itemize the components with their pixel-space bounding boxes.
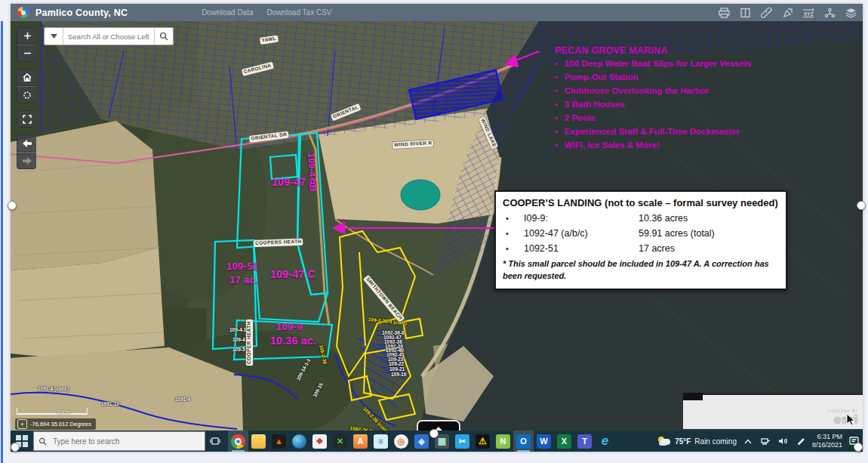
marina-bullet: •Experienced Staff & Full-Time Dockmaste… <box>555 128 757 137</box>
coopers-rows: •I09-9:10.36 acres•1092-47 (a/b/c)59.91 … <box>503 213 779 254</box>
taskbar-app-notepad[interactable]: N <box>493 431 513 452</box>
taskbar-app-teams[interactable]: T <box>574 431 595 452</box>
locate-button[interactable] <box>17 86 36 103</box>
system-tray: 75°F Rain coming 6:31 PM 8/16/2021 <box>657 431 860 452</box>
parcel-label: 10.36 ac. <box>270 335 316 346</box>
zoom-in-button[interactable] <box>17 27 36 45</box>
taskbar-app-notes[interactable]: ≡ <box>371 431 391 452</box>
marina-bullet: •3 Bath Houses <box>555 100 757 110</box>
cube-icon: ◆ <box>414 434 429 449</box>
pen-settings-icon[interactable] <box>795 435 806 447</box>
clock-time: 6:31 PM <box>812 433 842 441</box>
cad-icon: A <box>353 434 368 449</box>
taskbar-app-cube[interactable]: ◆ <box>411 431 432 452</box>
measure-icon[interactable] <box>759 6 774 19</box>
header-link[interactable]: Download Tax CSV <box>267 8 332 17</box>
taskbar-app-design[interactable]: ❖ <box>309 431 330 452</box>
marina-bullet: •WiFi, Ice Sales & More! <box>555 141 757 150</box>
media-icon: ▲ <box>272 434 286 449</box>
parcel-label: 109-51 <box>226 261 258 271</box>
fullscreen-button[interactable] <box>17 110 36 128</box>
design-icon: ❖ <box>312 434 327 449</box>
taskbar-search <box>33 431 205 451</box>
clock-date: 8/16/2021 <box>812 441 842 449</box>
map-search-input[interactable] <box>63 28 154 45</box>
print-icon[interactable] <box>717 6 731 19</box>
coopers-landing-callout: COOPER’S LANDING (not to scale – formal … <box>494 190 787 290</box>
taskbar-app-globe[interactable] <box>289 431 309 452</box>
marina-bullet: •Clubhouse Overlooking the Harbor <box>555 87 757 96</box>
parcel-id-label: 109-4 <box>232 338 245 343</box>
search-dropdown-button[interactable] <box>45 28 63 45</box>
show-hidden-icons-chevron[interactable] <box>743 435 754 447</box>
parcel-label: 109-47 B <box>306 153 318 192</box>
zoom-out-button[interactable] <box>17 45 36 62</box>
chrome-icon <box>231 434 245 449</box>
selection-handle-bottom-left[interactable] <box>11 443 20 452</box>
marina-bullet: •2 Pools <box>555 114 757 123</box>
taskbar-app-excel[interactable]: X <box>554 431 574 452</box>
notes-icon: ≡ <box>374 434 388 449</box>
add-data-icon[interactable] <box>738 6 753 19</box>
task-view-button[interactable] <box>205 431 225 452</box>
overview-artifact: POWERED BY esri <box>683 393 863 429</box>
header-links: Download DataDownload Tax CSV <box>202 8 331 17</box>
artifact-chunk <box>683 393 703 400</box>
pamlico-logo-icon <box>17 7 29 18</box>
notepad-icon: N <box>496 434 510 449</box>
taskbar-search-input[interactable] <box>51 437 175 446</box>
next-extent-button[interactable] <box>17 152 36 169</box>
parcel-id-label: 109-4-1 <box>229 328 246 333</box>
crosshair-icon[interactable]: + <box>17 419 27 429</box>
ie-icon: e <box>598 434 612 449</box>
selection-handle-left[interactable] <box>8 201 17 210</box>
road-label: COOPER HEATH <box>246 319 253 366</box>
taskbar-app-goggles[interactable]: ✕ <box>330 431 350 452</box>
taskbar-app-snip[interactable]: ✂ <box>452 431 472 452</box>
coordinates-xyz-icon[interactable]: XYZ <box>802 6 816 19</box>
map-search <box>44 27 174 45</box>
taskbar-app-ie[interactable]: e <box>595 431 615 452</box>
svg-text:XYZ: XYZ <box>804 11 814 16</box>
parcel-label: 17 ac. <box>229 275 258 285</box>
map-canvas[interactable]: YAWLCAROLINAORIENTAL DRORIENTALWIND RIVE… <box>11 21 863 431</box>
snip-icon: ✂ <box>455 434 469 449</box>
layers-icon[interactable] <box>844 6 858 19</box>
coordinates-readout: + -76.694 35.012 Degrees <box>15 418 96 430</box>
select-icon[interactable] <box>780 6 795 19</box>
parcel-id-label: 109-5 <box>232 347 245 353</box>
parcel-id-label: 1091-4 (cont.) <box>38 387 69 392</box>
selection-handle-bottom-right[interactable] <box>854 443 863 452</box>
taskbar-app-compass[interactable]: ◎ <box>391 431 411 452</box>
taskbar-app-monitor[interactable]: ⚠ <box>472 431 493 452</box>
share-icon[interactable] <box>823 6 837 19</box>
header-link[interactable]: Download Data <box>202 8 253 17</box>
coordinates-text: -76.694 35.012 Degrees <box>30 421 91 428</box>
parcel-id-label: 1091-4 <box>175 397 190 403</box>
home-button[interactable] <box>17 69 36 86</box>
parcel-id-label: 109-19 <box>391 372 406 378</box>
taskbar-app-file-explorer[interactable] <box>248 431 269 452</box>
selection-handle-right[interactable] <box>857 201 866 210</box>
taskbar-app-media[interactable]: ▲ <box>269 431 289 452</box>
previous-extent-button[interactable] <box>17 134 36 152</box>
weather-widget[interactable]: 75°F Rain coming <box>657 437 737 446</box>
taskbar-app-outlook[interactable]: O <box>513 431 534 452</box>
taskbar-app-chrome[interactable] <box>228 431 248 452</box>
parcel-id-label: 1091-12 <box>101 402 119 407</box>
weather-condition: Rain coming <box>694 437 737 446</box>
outlook-icon: O <box>516 434 531 449</box>
word-icon: W <box>537 434 551 449</box>
network-icon[interactable] <box>760 435 771 447</box>
search-icon[interactable] <box>154 28 173 45</box>
goggles-icon: ✕ <box>333 434 347 449</box>
scale-label: 600m <box>57 409 71 415</box>
cooper-row: •1092-5117 acres <box>503 243 779 254</box>
taskbar-app-word[interactable]: W <box>534 431 554 452</box>
header-toolbar: XYZ <box>717 4 858 21</box>
taskbar-clock[interactable]: 6:31 PM 8/16/2021 <box>812 433 842 449</box>
map-nav-controls <box>17 27 36 176</box>
volume-icon[interactable] <box>777 435 789 447</box>
selection-handle-bottom-center[interactable] <box>429 429 439 438</box>
taskbar-app-cad[interactable]: A <box>350 431 371 452</box>
